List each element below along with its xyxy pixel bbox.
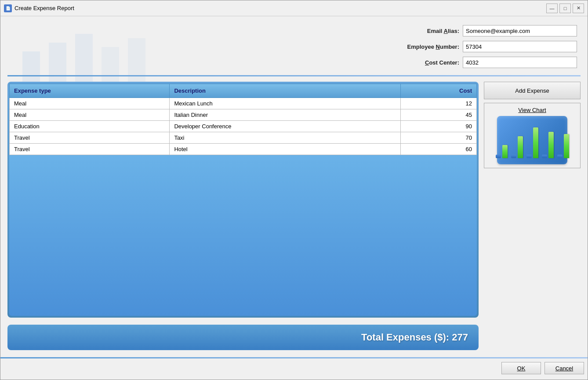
email-alias-row: Email Alias: — [389, 25, 577, 36]
bar-group-1 — [496, 145, 508, 158]
employee-number-input[interactable] — [463, 41, 577, 52]
cell-description: Mexican Lunch — [170, 98, 400, 109]
add-expense-button[interactable]: Add Expense — [484, 82, 581, 99]
table-empty-area — [9, 155, 477, 316]
cell-description: Developer Conference — [170, 121, 400, 132]
bar-1 — [502, 145, 508, 158]
expense-table: Expense type Description Cost Meal Mexic… — [9, 83, 477, 155]
cell-cost: 12 — [400, 98, 476, 109]
bar-base-1 — [496, 155, 501, 158]
cell-type: Meal — [10, 98, 170, 109]
email-alias-input[interactable] — [463, 25, 577, 36]
bar-base-5 — [557, 155, 563, 158]
window-title: Create Expense Report — [15, 5, 546, 11]
total-label: Total Expenses ($): 277 — [361, 332, 468, 343]
app-icon: 📄 — [4, 4, 12, 12]
bar-base-4 — [542, 155, 547, 158]
expense-table-container: Expense type Description Cost Meal Mexic… — [7, 82, 479, 318]
bar-4 — [548, 132, 554, 158]
cell-cost: 70 — [400, 132, 476, 144]
bar-3 — [533, 127, 538, 158]
table-row[interactable]: Education Developer Conference 90 — [10, 121, 477, 132]
main-window: 📄 Create Expense Report — □ ✕ Email Ali — [0, 0, 588, 380]
cell-type: Education — [10, 121, 170, 132]
cell-type: Travel — [10, 132, 170, 144]
employee-number-row: Employee Number: — [389, 41, 577, 52]
table-row[interactable]: Travel Taxi 70 — [10, 132, 477, 144]
bar-2 — [518, 136, 523, 158]
bar-group-3 — [526, 127, 538, 158]
cell-description: Taxi — [170, 132, 400, 144]
cancel-button[interactable]: Cancel — [544, 362, 584, 374]
cell-cost: 60 — [400, 144, 476, 155]
bar-group-4 — [542, 132, 554, 158]
window-controls: — □ ✕ — [546, 4, 584, 13]
table-row[interactable]: Meal Italian Dinner 45 — [10, 109, 477, 121]
top-separator — [7, 75, 581, 76]
cost-center-label: Cost Center: — [389, 59, 459, 66]
cell-type: Travel — [10, 144, 170, 155]
bar-group-5 — [557, 134, 569, 158]
view-chart-panel[interactable]: View Chart — [484, 103, 581, 168]
main-body: Expense type Description Cost Meal Mexic… — [7, 78, 581, 354]
bottom-buttons: OK Cancel — [0, 358, 588, 380]
total-bar: Total Expenses ($): 277 — [7, 325, 479, 350]
cell-description: Italian Dinner — [170, 109, 400, 121]
email-alias-label: Email Alias: — [389, 28, 459, 34]
minimize-button[interactable]: — — [546, 4, 558, 13]
bar-base-2 — [511, 155, 516, 158]
cost-center-row: Cost Center: — [389, 57, 577, 68]
cell-cost: 90 — [400, 121, 476, 132]
table-row[interactable]: Meal Mexican Lunch 12 — [10, 98, 477, 109]
bar-base-3 — [526, 155, 532, 158]
bar-group-2 — [511, 136, 523, 158]
close-button[interactable]: ✕ — [573, 4, 584, 13]
table-row[interactable]: Travel Hotel 60 — [10, 144, 477, 155]
cell-cost: 45 — [400, 109, 476, 121]
cost-center-input[interactable] — [463, 57, 577, 68]
col-header-type: Expense type — [10, 84, 170, 98]
ok-button[interactable]: OK — [501, 362, 541, 374]
title-bar: 📄 Create Expense Report — □ ✕ — [0, 0, 588, 16]
content-area: Email Alias: Employee Number: Cost Cente… — [0, 16, 588, 357]
col-header-description: Description — [170, 84, 400, 98]
header-fields: Email Alias: Employee Number: Cost Cente… — [7, 20, 581, 73]
col-header-cost: Cost — [400, 84, 476, 98]
cell-type: Meal — [10, 109, 170, 121]
maximize-button[interactable]: □ — [559, 4, 571, 13]
mini-chart — [497, 116, 567, 164]
employee-number-label: Employee Number: — [389, 43, 459, 50]
view-chart-label: View Chart — [518, 107, 546, 113]
cell-description: Hotel — [170, 144, 400, 155]
right-panel: Add Expense View Chart — [484, 82, 581, 350]
bar-5 — [564, 134, 569, 158]
